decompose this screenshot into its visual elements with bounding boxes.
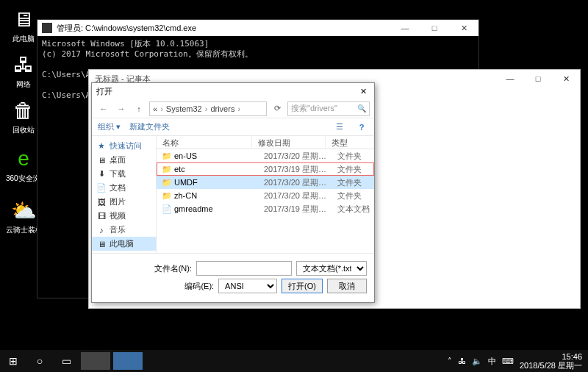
folder-icon: 📁 [161,190,173,201]
sidebar-label: 此电脑 [110,238,134,249]
sidebar-label: 视频 [110,210,126,221]
back-button[interactable]: ← [96,101,111,116]
file-row[interactable]: 📁etc2017/3/19 星期…文件夹 [157,162,374,176]
breadcrumb[interactable]: « › System32 › drivers › [149,101,267,116]
task-item-notepad[interactable] [113,352,143,370]
sidebar-label: 音乐 [110,224,126,235]
close-button[interactable]: ✕ [552,70,580,87]
folder-icon: 📄 [96,183,107,193]
time: 15:46 [520,352,582,361]
file-date: 2017/3/20 星期… [264,151,337,162]
column-headers[interactable]: 名称 修改日期 类型 [157,136,374,149]
taskbar: ⊞ ○ ▭ ˄ 🖧 🔈 中 ⌨ 15:46 2018/5/28 星期一 [0,350,588,372]
close-button[interactable]: ✕ [449,20,478,36]
file-type: 文本文档 [337,204,374,215]
sidebar-label: 文档 [110,182,126,193]
breadcrumb-root[interactable]: « [153,104,157,113]
desktop-icon-网络[interactable]: 🖧网络 [6,51,41,90]
sidebar-item-图片[interactable]: 🖼图片 [92,195,156,209]
folder-icon: ★ [96,141,107,151]
sidebar-item-桌面[interactable]: 🖥桌面 [92,153,156,167]
encoding-select[interactable]: ANSI [218,279,277,293]
file-name: UMDF [173,178,264,187]
encoding-label: 编码(E): [184,281,214,292]
sidebar-label: 网络 [110,252,126,253]
file-row[interactable]: 📁UMDF2017/3/20 星期…文件夹 [157,176,374,189]
ime-icon[interactable]: 中 [488,356,496,367]
taskview-button[interactable]: ▭ [53,350,79,372]
dialog-title: 打开 [96,86,356,97]
chevron-icon: › [237,104,240,113]
file-row[interactable]: 📁zh-CN2017/3/20 星期…文件夹 [157,189,374,202]
sidebar-item-快速访问[interactable]: ★快速访问 [92,139,156,153]
breadcrumb-seg[interactable]: System32 [166,104,202,113]
desktop-icon-云骑士装机大师[interactable]: ⛅云骑士装机大师 [6,197,41,235]
sidebar-item-文档[interactable]: 📄文档 [92,181,156,195]
search-icon: 🔍 [357,104,366,112]
help-button[interactable]: ? [355,123,368,132]
view-button[interactable]: ☰ [333,122,346,132]
chevron-icon: › [205,104,208,113]
system-tray: ˄ 🖧 🔈 中 ⌨ 15:46 2018/5/28 星期一 [448,352,588,370]
organize-button[interactable]: 组织 ▾ [98,121,121,132]
cmd-titlebar[interactable]: 管理员: C:\windows\system32\cmd.exe — □ ✕ [37,20,478,36]
icon-label: 云骑士装机大师 [6,225,41,235]
desktop-icon-回收站[interactable]: 🗑回收站 [6,97,41,135]
minimize-button[interactable]: — [496,70,524,87]
chevron-icon: › [160,104,163,113]
file-list[interactable]: 📁en-US2017/3/20 星期…文件夹📁etc2017/3/19 星期…文… [157,149,374,253]
desktop-icon-此电脑[interactable]: 🖥此电脑 [6,6,41,44]
file-row[interactable]: 📄gmreadme2017/3/19 星期…文本文档 [157,202,374,215]
volume-icon[interactable]: 🔈 [472,357,482,366]
sidebar-label: 快速访问 [110,140,142,151]
forward-button[interactable]: → [114,101,129,116]
sidebar-item-音乐[interactable]: ♪音乐 [92,223,156,237]
close-icon[interactable]: ✕ [356,87,370,96]
minimize-button[interactable]: — [390,20,420,36]
clock[interactable]: 15:46 2018/5/28 星期一 [520,352,582,370]
cortana-button[interactable]: ○ [26,350,53,372]
maximize-button[interactable]: □ [420,20,449,36]
folder-icon: 🖼 [96,197,107,207]
folder-icon: 🖧 [96,253,107,254]
app-icon: 🗑 [10,97,37,124]
file-date: 2017/3/19 星期… [264,204,337,215]
open-dialog: 打开 ✕ ← → ↑ « › System32 › drivers › ⟳ 搜索… [91,82,375,303]
tray-up-icon[interactable]: ˄ [448,357,452,366]
maximize-button[interactable]: □ [524,70,552,87]
filename-input[interactable] [196,261,292,276]
dialog-titlebar[interactable]: 打开 ✕ [92,83,374,99]
file-name: etc [173,165,264,174]
start-button[interactable]: ⊞ [0,350,26,372]
folder-icon: 🖥 [96,239,107,249]
desktop-icon-360安全浏览器[interactable]: e360安全浏览器 [6,146,41,184]
cancel-button[interactable]: 取消 [327,279,367,293]
up-button[interactable]: ↑ [132,101,146,116]
search-input[interactable]: 搜索"drivers" 🔍 [287,101,370,116]
sidebar-item-网络[interactable]: 🖧网络 [92,251,156,253]
sidebar-item-下载[interactable]: ⬇下载 [92,167,156,181]
new-folder-button[interactable]: 新建文件夹 [129,121,170,132]
sidebar-item-此电脑[interactable]: 🖥此电脑 [92,237,156,251]
breadcrumb-seg[interactable]: drivers [210,104,234,113]
task-item-cmd[interactable] [81,352,110,370]
col-type[interactable]: 类型 [326,136,374,149]
file-date: 2017/3/20 星期… [264,177,337,188]
toolbar: 组织 ▾ 新建文件夹 ☰ ? [92,118,374,136]
file-date: 2017/3/20 星期… [264,190,337,201]
refresh-button[interactable]: ⟳ [270,101,284,116]
col-date[interactable]: 修改日期 [252,136,326,149]
app-icon: 🖥 [10,6,37,32]
nav-row: ← → ↑ « › System32 › drivers › ⟳ 搜索"driv… [92,99,374,118]
keyboard-icon[interactable]: ⌨ [502,357,514,366]
network-icon[interactable]: 🖧 [458,357,466,365]
icon-label: 网络 [6,79,41,90]
open-button[interactable]: 打开(O) [282,279,323,293]
app-icon: e [10,146,37,172]
file-filter-select[interactable]: 文本文档(*.txt) [296,261,367,276]
sidebar-label: 桌面 [110,154,126,165]
search-placeholder: 搜索"drivers" [291,103,337,114]
sidebar-item-视频[interactable]: 🎞视频 [92,209,156,223]
file-row[interactable]: 📁en-US2017/3/20 星期…文件夹 [157,149,374,162]
col-name[interactable]: 名称 [157,136,252,149]
